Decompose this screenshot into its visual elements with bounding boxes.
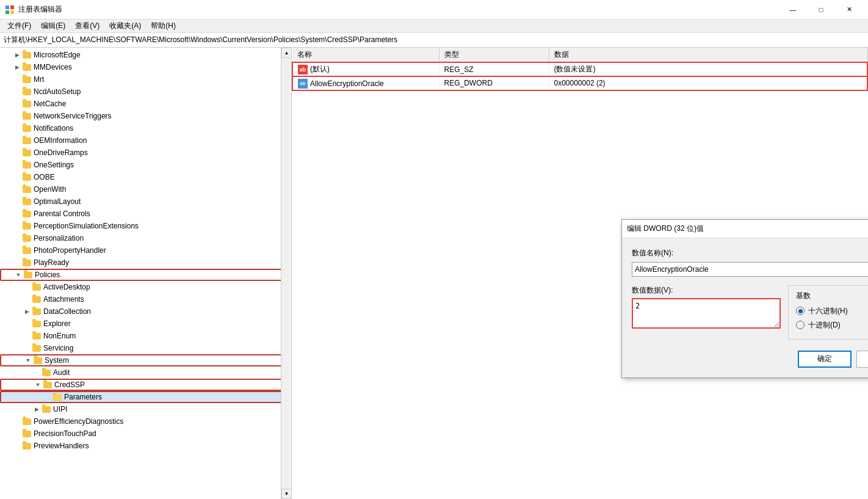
menu-help[interactable]: 帮助(H) [146,20,181,32]
folder-icon-policies [23,270,33,280]
expand-spacer-pse [12,221,22,231]
row-allow-icon-group: ab AllowEncryptionOracle [298,79,384,89]
scroll-up[interactable]: ▲ [281,48,292,58]
expand-spacer-oem [12,136,22,145]
row-allow-data: 0x00000002 (2) [549,76,867,90]
address-text: 计算机\HKEY_LOCAL_MACHINE\SOFTWARE\Microsof… [4,35,397,45]
tree-label-pph: PhotoPropertyHandler [34,246,106,255]
tree-label-exp: Explorer [43,319,71,328]
folder-icon-nst [22,111,32,121]
svg-rect-5 [53,393,56,395]
tree-item-playready[interactable]: PlayReady [0,257,291,269]
edit-dword-dialog: 编辑 DWORD (32 位)值 ✕ 数值名称(N): [621,219,868,378]
tree-label-audit: Audit [53,368,70,377]
tree-item-photoproperty[interactable]: PhotoPropertyHandler [0,244,291,257]
tree-label-netcache: NetCache [34,100,66,108]
radio-hex[interactable]: 十六进制(H) [796,306,868,316]
tree-item-previewhandlers[interactable]: PreviewHandlers [0,440,291,452]
tree-item-netcache[interactable]: NetCache [0,98,291,110]
col-data: 数据 [549,48,867,62]
title-bar-left: 注册表编辑器 [5,4,62,15]
expand-spacer-mrt [12,75,22,84]
expand-spacer-serv [22,343,32,353]
tree-item-optimallayout[interactable]: OptimalLayout [0,195,291,208]
tree-item-attachments[interactable]: Attachments [0,293,291,305]
scrollbar[interactable]: ▲ ▼ [281,48,291,499]
tree-item-activedesktop[interactable]: ActiveDesktop [0,281,291,293]
folder-icon-credssp [43,380,52,390]
tree-item-audit[interactable]: Audit [0,366,291,379]
maximize-button[interactable]: □ [807,0,835,20]
registry-table: 名称 类型 数据 ab (默认) REG_SZ (数值未设置) [292,48,868,91]
tree-item-perception[interactable]: PerceptionSimulationExtensions [0,220,291,232]
tree-item-powerefficiency[interactable]: PowerEfficiencyDiagnostics [0,415,291,428]
tree-item-ncdautosetup[interactable]: NcdAutoSetup [0,86,291,98]
tree-item-explorer[interactable]: Explorer [0,318,291,330]
menu-edit[interactable]: 编辑(E) [36,20,70,32]
expand-spacer-ol [12,197,22,206]
radio-dec[interactable]: 十进制(D) [796,320,868,330]
tree-label-notifications: Notifications [34,124,73,133]
tree-item-precisiontouchpad[interactable]: PrecisionTouchPad [0,428,291,440]
tree-item-microsoftedge[interactable]: ▶ MicrosoftEdge [0,49,291,61]
tree-item-mmdevices[interactable]: ▶ MMDevices [0,61,291,73]
tree-item-notifications[interactable]: Notifications [0,122,291,134]
tree-item-onesettings[interactable]: OneSettings [0,159,291,171]
tree-label-nst: NetworkServiceTriggers [34,112,112,120]
folder-icon-ad [32,282,42,292]
radio-hex-circle [796,307,805,315]
expand-spacer-audit [32,368,42,377]
dialog-value-input[interactable]: 2 [632,298,781,329]
dialog-value-box: 数值数据(V): 2 [632,285,781,340]
col-name: 名称 [292,48,439,62]
expand-spacer-odr [12,148,22,158]
dialog-cancel-button[interactable]: 取消 [856,351,868,368]
folder-icon-ph [22,441,32,451]
menu-view[interactable]: 查看(V) [70,20,104,32]
tree-item-mrt[interactable]: Mrt [0,73,291,86]
tree-item-servicing[interactable]: Servicing [0,342,291,354]
folder-icon-pers [22,233,32,243]
tree-label-pc: Parental Controls [34,209,90,218]
expand-spacer-ph [12,441,22,451]
tree-item-policies[interactable]: ▼ Policies [0,269,291,281]
tree-label-ptp: PrecisionTouchPad [34,429,96,438]
table-row-allowencryption[interactable]: ab AllowEncryptionOracle REG_DWORD 0x000… [292,76,867,90]
expand-icon-mmdevices: ▶ [12,62,22,72]
tree-item-personalization[interactable]: Personalization [0,232,291,244]
expand-icon-policies: ▼ [13,270,23,280]
tree-item-uipi[interactable]: ▶ UIPI [0,403,291,415]
dialog-titlebar: 编辑 DWORD (32 位)值 ✕ [622,220,868,238]
tree-item-oobe[interactable]: OOBE [0,171,291,183]
tree-item-datacollection[interactable]: ▶ DataCollection [0,305,291,318]
svg-rect-6 [54,395,61,400]
dialog-ok-button[interactable]: 确定 [798,351,852,368]
tree-label-ncdautosetup: NcdAutoSetup [34,87,81,96]
row-default-name-text: (默认) [310,64,330,75]
radio-dec-label: 十进制(D) [808,320,841,330]
folder-icon-serv [32,343,42,353]
menu-bar: 文件(F) 编辑(E) 查看(V) 收藏夹(A) 帮助(H) [0,20,868,33]
tree-item-system[interactable]: ▼ System [0,354,291,366]
scroll-down[interactable]: ▼ [281,489,292,499]
tree-item-oeminformation[interactable]: OEMInformation [0,134,291,147]
row-allow-type: REG_DWORD [439,76,549,90]
menu-favorites[interactable]: 收藏夹(A) [104,20,146,32]
expand-icon-credssp: ▼ [33,380,43,390]
close-button[interactable]: ✕ [835,0,863,20]
expand-spacer-ne [22,331,32,341]
menu-file[interactable]: 文件(F) [2,20,36,32]
tree-item-openwith[interactable]: OpenWith [0,183,291,195]
minimize-button[interactable]: — [779,0,807,20]
tree-item-parameters[interactable]: Parameters [0,391,291,403]
tree-label-serv: Servicing [43,344,73,352]
tree-item-onedriveRamps[interactable]: OneDriveRamps [0,147,291,159]
tree-item-parental[interactable]: Parental Controls [0,208,291,220]
dialog-name-input[interactable] [632,262,868,277]
table-row-default[interactable]: ab (默认) REG_SZ (数值未设置) [292,62,867,76]
expand-spacer-nst [12,111,22,121]
tree-item-credssp[interactable]: ▼ CredSSP [0,379,291,391]
folder-icon-ptp [22,429,32,439]
tree-item-nonenum[interactable]: NonEnum [0,330,291,342]
tree-item-networkservicetriggers[interactable]: NetworkServiceTriggers [0,110,291,122]
